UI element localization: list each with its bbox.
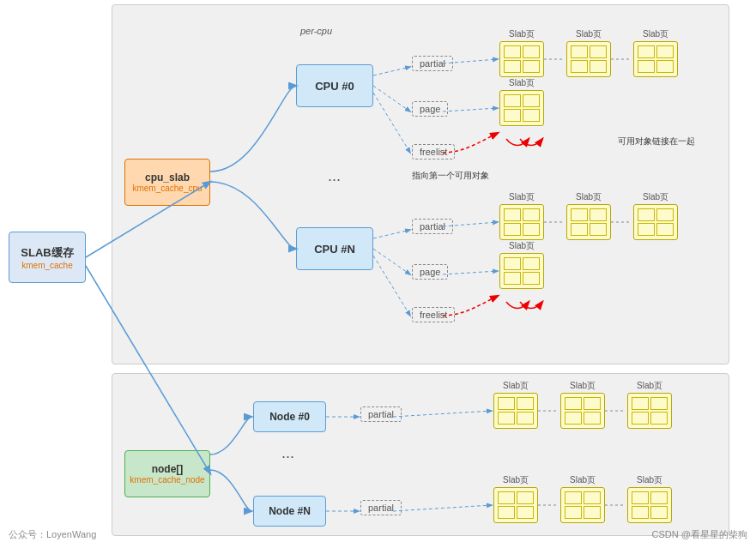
- cpu-dots: ...: [328, 167, 341, 185]
- slab-page-label-6: Slab页: [567, 191, 610, 203]
- diagram-container: SLAB缓存 kmem_cache cpu_slab kmem_cache_cp…: [0, 0, 756, 548]
- cpu0-label: CPU #0: [315, 80, 354, 93]
- slab-page-label-2: Slab页: [567, 28, 610, 40]
- cpuN-label: CPU #N: [314, 243, 355, 256]
- node-arr-label: node[]: [152, 463, 184, 475]
- cpu-slab-sublabel: kmem_cache_cpu: [132, 184, 202, 193]
- slab-page-label-8: Slab页: [500, 240, 543, 252]
- slab-cache-box: SLAB缓存 kmem_cache: [9, 232, 86, 283]
- cpu0-box: CPU #0: [296, 64, 373, 107]
- slab-page-label-7: Slab页: [634, 191, 677, 203]
- watermark-left: 公众号：LoyenWang: [9, 528, 96, 541]
- node-arr-sublabel: kmem_cache_node: [130, 475, 204, 485]
- slab-page-label-4: Slab页: [500, 77, 543, 89]
- slab-page-label-n3: Slab页: [628, 380, 671, 392]
- slab-page-label-5: Slab页: [500, 191, 543, 203]
- nodeN-label: Node #N: [269, 505, 311, 517]
- slab-page-cpu0-partial-1: Slab页: [499, 41, 544, 77]
- cpu-slab-label: cpu_slab: [145, 172, 190, 184]
- slab-page-cpuN-partial-1: Slab页: [499, 204, 544, 240]
- nodeN-partial-label: partial: [360, 500, 402, 515]
- slab-page-cpuN-partial-2: Slab页: [566, 204, 611, 240]
- slab-page-node0-3: Slab页: [627, 393, 672, 429]
- cpu0-page-label: page: [412, 101, 448, 117]
- cpu-slab-box: cpu_slab kmem_cache_cpu: [124, 159, 210, 206]
- nodeN-box: Node #N: [253, 496, 326, 527]
- cpuN-page-label: page: [412, 264, 448, 280]
- slab-cache-sublabel: kmem_cache: [21, 261, 72, 270]
- slab-page-cpuN-page: Slab页: [499, 253, 544, 289]
- slab-page-label-n6: Slab页: [628, 474, 671, 486]
- slab-page-cpu0-partial-2: Slab页: [566, 41, 611, 77]
- node-dots: ...: [281, 444, 294, 462]
- cpuN-box: CPU #N: [296, 227, 373, 270]
- annotation-linked: 可用对象链接在一起: [618, 135, 695, 148]
- node0-partial-label: partial: [360, 406, 402, 422]
- slab-page-cpu0-page: Slab页: [499, 90, 544, 126]
- annotation-freelist-cpu0: 指向第一个可用对象: [412, 170, 489, 182]
- node-box: node[] kmem_cache_node: [124, 450, 210, 497]
- slab-cache-label: SLAB缓存: [21, 245, 73, 261]
- slab-page-label-n1: Slab页: [494, 380, 537, 392]
- cpu0-freelist-label: freelist: [412, 144, 455, 160]
- slab-page-nodeN-3: Slab页: [627, 487, 672, 523]
- per-cpu-label: per-cpu: [300, 26, 332, 36]
- slab-page-cpu0-partial-3: Slab页: [633, 41, 678, 77]
- watermark-right: CSDN @看星星的柴狗: [652, 528, 747, 541]
- cpuN-partial-label: partial: [412, 219, 453, 234]
- slab-page-label-n5: Slab页: [561, 474, 604, 486]
- slab-page-label-3: Slab页: [634, 28, 677, 40]
- slab-page-nodeN-2: Slab页: [560, 487, 605, 523]
- node0-label: Node #0: [269, 411, 310, 423]
- node0-box: Node #0: [253, 401, 326, 432]
- slab-page-label-n4: Slab页: [494, 474, 537, 486]
- cpu0-partial-label: partial: [412, 56, 453, 71]
- slab-page-node0-2: Slab页: [560, 393, 605, 429]
- slab-page-cpuN-partial-3: Slab页: [633, 204, 678, 240]
- slab-page-nodeN-1: Slab页: [493, 487, 538, 523]
- cpuN-freelist-label: freelist: [412, 307, 455, 322]
- slab-page-node0-1: Slab页: [493, 393, 538, 429]
- slab-page-label-n2: Slab页: [561, 380, 604, 392]
- slab-page-label-1: Slab页: [500, 28, 543, 40]
